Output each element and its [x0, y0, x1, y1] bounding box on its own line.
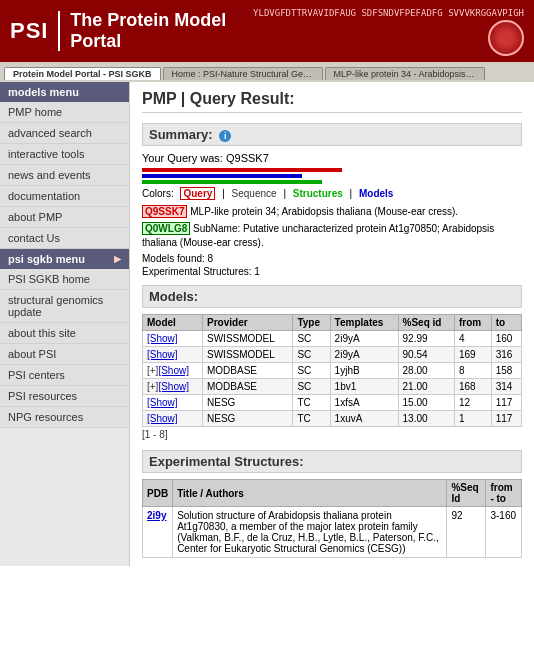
seq_id-cell: 90.54	[398, 347, 454, 363]
model-cell[interactable]: [Show]	[143, 395, 203, 411]
bar-green	[142, 180, 322, 184]
sidebar-item-pmp-home[interactable]: PMP home	[0, 102, 129, 123]
sidebar-item-psi-centers[interactable]: PSI centers	[0, 365, 129, 386]
provider-cell: SWISSMODEL	[203, 331, 293, 347]
color-structures[interactable]: Structures	[293, 188, 343, 199]
sidebar-item-news-and-events[interactable]: news and events	[0, 165, 129, 186]
browser-tabs-bar: Protein Model Portal - PSI SGKB Home : P…	[0, 62, 534, 82]
color-sep-3: |	[350, 188, 355, 199]
summary-section-title: Summary: i	[142, 123, 522, 146]
seq_id-cell: 13.00	[398, 411, 454, 427]
colors-row: Colors: Query | Sequence | Structures | …	[142, 188, 522, 199]
to-cell: 316	[491, 347, 521, 363]
to-cell: 117	[491, 411, 521, 427]
sidebar-item-about-pmp[interactable]: about PMP	[0, 207, 129, 228]
protein-q9sk7: Q9SSK7 MLP-like protein 34; Arabidopsis …	[142, 205, 522, 219]
from-cell: 169	[454, 347, 491, 363]
pdb-cell[interactable]: 2i9y	[143, 507, 173, 558]
from-cell: 4	[454, 331, 491, 347]
protein-q0wlg8: Q0WLG8 SubName: Putative uncharacterized…	[142, 222, 522, 250]
sidebar-item-documentation[interactable]: documentation	[0, 186, 129, 207]
color-query[interactable]: Query	[180, 187, 215, 200]
from-cell: 12	[454, 395, 491, 411]
color-sequence[interactable]: Sequence	[232, 188, 277, 199]
col-model: Model	[143, 315, 203, 331]
provider-cell: SWISSMODEL	[203, 347, 293, 363]
page-title: PMP | Query Result:	[142, 90, 522, 113]
model-cell[interactable]: [Show]	[143, 347, 203, 363]
sidebar-item-contact-us[interactable]: contact Us	[0, 228, 129, 249]
col-from: from	[454, 315, 491, 331]
dna-text: YLDVGFDTTRVAVIDFAUG SDFSNDVFPEFADFG SVVV…	[253, 8, 524, 18]
psi-logo	[488, 20, 524, 56]
col-templates: Templates	[330, 315, 398, 331]
templates-cell: 2i9yA	[330, 347, 398, 363]
color-models[interactable]: Models	[359, 188, 393, 199]
type-cell: SC	[293, 331, 330, 347]
color-sep-2: |	[283, 188, 288, 199]
browser-tab-2[interactable]: Home : PSI-Nature Structural Genomics...	[163, 67, 323, 80]
color-sep-1: |	[222, 188, 227, 199]
seq_id-cell: 28.00	[398, 363, 454, 379]
portal-title: The Protein Model Portal	[70, 10, 252, 52]
model-cell[interactable]: [+][Show]	[143, 363, 203, 379]
to-cell: 314	[491, 379, 521, 395]
header: PSI The Protein Model Portal YLDVGFDTTRV…	[0, 0, 534, 62]
sidebar-item-about-this-site[interactable]: about this site	[0, 323, 129, 344]
exp-col-title: Title / Authors	[173, 480, 447, 507]
type-cell: SC	[293, 363, 330, 379]
q0wlg8-id[interactable]: Q0WLG8	[142, 222, 190, 235]
seqid-cell: 92	[447, 507, 486, 558]
from-cell: 168	[454, 379, 491, 395]
models-menu-title: models menu	[0, 82, 129, 102]
col-seqid: %Seq id	[398, 315, 454, 331]
sidebar-item-structural-genomics-update[interactable]: structural genomics update	[0, 290, 129, 323]
type-cell: SC	[293, 379, 330, 395]
exp-col-pdb: PDB	[143, 480, 173, 507]
fromto-cell: 3-160	[486, 507, 522, 558]
q9sk7-desc: MLP-like protein 34; Arabidopsis thalian…	[190, 206, 458, 217]
header-divider	[58, 11, 60, 51]
query-label: Your Query was: Q9SSK7	[142, 152, 522, 164]
templates-cell: 1yjhB	[330, 363, 398, 379]
summary-info-icon[interactable]: i	[219, 130, 231, 142]
model-cell[interactable]: [Show]	[143, 331, 203, 347]
exp-section-title: Experimental Structures:	[142, 450, 522, 473]
psi-label: PSI	[10, 18, 48, 44]
seq_id-cell: 21.00	[398, 379, 454, 395]
templates-cell: 2i9yA	[330, 331, 398, 347]
to-cell: 160	[491, 331, 521, 347]
provider-cell: MODBASE	[203, 379, 293, 395]
q9sk7-id[interactable]: Q9SSK7	[142, 205, 187, 218]
templates-cell: 1xfsA	[330, 395, 398, 411]
exp-table: PDB Title / Authors %Seq Id from - to 2i…	[142, 479, 522, 558]
sidebar-item-advanced-search[interactable]: advanced search	[0, 123, 129, 144]
browser-tab-1[interactable]: Protein Model Portal - PSI SGKB	[4, 67, 161, 80]
exp-table-row: 2i9ySolution structure of Arabidopsis th…	[143, 507, 522, 558]
sidebar-item-psi-resources[interactable]: PSI resources	[0, 386, 129, 407]
sidebar-item-interactive-tools[interactable]: interactive tools	[0, 144, 129, 165]
table-row: [+][Show]MODBASESC1bv121.00168314	[143, 379, 522, 395]
colors-label: Colors:	[142, 188, 174, 199]
model-cell[interactable]: [Show]	[143, 411, 203, 427]
to-cell: 158	[491, 363, 521, 379]
type-cell: TC	[293, 411, 330, 427]
exp-structures-found: Experimental Structures: 1	[142, 266, 522, 277]
provider-cell: NESG	[203, 395, 293, 411]
provider-cell: MODBASE	[203, 363, 293, 379]
psi-menu-icon: ▶	[114, 254, 121, 264]
type-cell: SC	[293, 347, 330, 363]
models-table: Model Provider Type Templates %Seq id fr…	[142, 314, 522, 427]
type-cell: TC	[293, 395, 330, 411]
main-layout: models menu PMP home advanced search int…	[0, 82, 534, 566]
query-bars	[142, 168, 522, 184]
browser-tab-3[interactable]: MLP-like protein 34 - Arabidopsis thalia…	[325, 67, 485, 80]
sidebar-item-about-psi[interactable]: about PSI	[0, 344, 129, 365]
to-cell: 117	[491, 395, 521, 411]
templates-cell: 1bv1	[330, 379, 398, 395]
table-row: [+][Show]MODBASESC1yjhB28.008158	[143, 363, 522, 379]
model-cell[interactable]: [+][Show]	[143, 379, 203, 395]
table-row: [Show]SWISSMODELSC2i9yA92.994160	[143, 331, 522, 347]
sidebar-item-psi-sgkb-home[interactable]: PSI SGKB home	[0, 269, 129, 290]
sidebar-item-npg-resources[interactable]: NPG resources	[0, 407, 129, 428]
